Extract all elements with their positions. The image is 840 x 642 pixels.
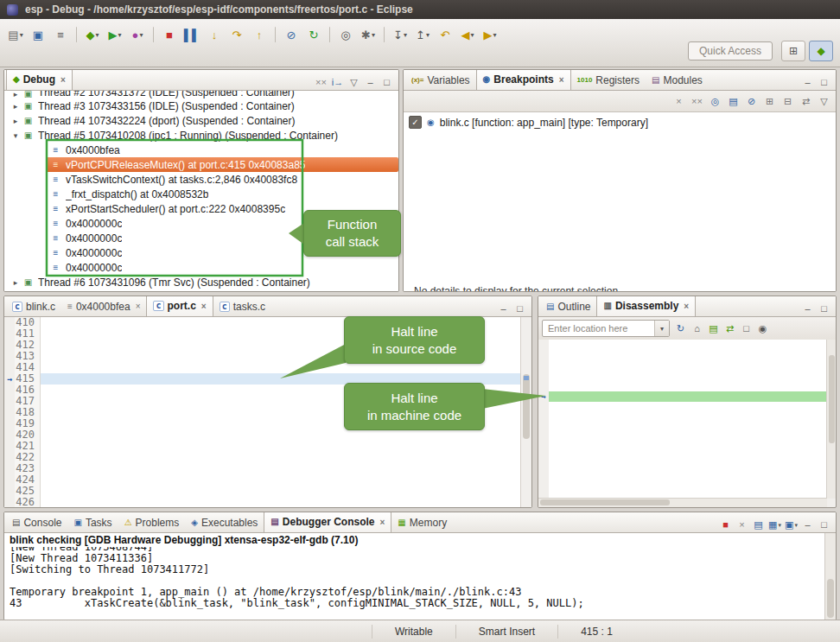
show-source-icon[interactable]: ▤ — [707, 324, 720, 334]
thread-row[interactable]: ▸ ▣ Thread #3 1073433156 (IDLE) (Suspend… — [4, 99, 398, 113]
tree-expander-icon[interactable]: ▾ — [10, 131, 22, 140]
tab-registers[interactable]: 1010 Registers — [571, 70, 646, 90]
profile-button[interactable]: ● ▾ — [127, 24, 148, 45]
step-over-button[interactable]: ↷ — [226, 24, 247, 45]
close-icon[interactable]: × — [201, 302, 207, 311]
restart-button[interactable]: ↻ — [303, 24, 324, 45]
tab-port-c[interactable]: c port.c × — [146, 296, 213, 316]
disassembly-line[interactable]: 40083a7f: l32r a8, 0x40000544 — [538, 360, 827, 371]
thread-row[interactable]: ▸ ▣ Thread #6 1073431096 (Tmr Svc) (Susp… — [4, 275, 398, 289]
pin-icon[interactable]: ◉ — [756, 324, 769, 334]
scrollbar-thumb[interactable] — [540, 499, 670, 505]
tab-blink-c[interactable]: c blink.c — [6, 296, 61, 316]
editor-line[interactable]: 426 #endif — [4, 497, 531, 507]
maximize-icon[interactable]: □ — [513, 304, 526, 314]
stack-frame-row[interactable]: ≡ 0x4000000c — [46, 260, 398, 275]
disassembly-line[interactable]: 40083a8b: movi a11, 4 — [538, 454, 827, 464]
disassembly-hscrollbar[interactable] — [538, 498, 827, 507]
tab-debugger-console[interactable]: ▤ Debugger Console × — [264, 512, 391, 532]
maximize-icon[interactable]: □ — [818, 304, 830, 314]
step-return-button[interactable]: ↑ — [249, 24, 270, 45]
open-new-view-icon[interactable]: □ — [740, 324, 753, 334]
scrollbar-thumb[interactable] — [829, 355, 835, 442]
location-combo[interactable]: Enter location here ▾ — [542, 320, 670, 337]
pause-button[interactable]: ▌▌ — [181, 24, 202, 45]
breakpoint-checkbox[interactable]: ✓ — [409, 116, 422, 129]
debug-perspective-button[interactable]: ◆ — [809, 41, 833, 61]
open-perspective-button[interactable]: ⊞ — [781, 41, 805, 61]
editor-scrollbar-thumb[interactable] — [523, 374, 530, 439]
next-annotation-button[interactable]: ↧ ▾ — [390, 24, 410, 45]
save-button[interactable]: ▣ — [28, 24, 48, 45]
disassembly-line[interactable]: 420 } — [538, 381, 827, 391]
thread-row[interactable]: ▾ ▣ Thread #5 1073410208 (ipc1 : Running… — [4, 128, 398, 143]
close-icon[interactable]: × — [380, 518, 385, 527]
editor-line[interactable]: 420 } — [4, 429, 531, 441]
tab-console[interactable]: ▤ Console — [6, 512, 67, 532]
display-console-icon[interactable]: ▦ ▾ — [768, 520, 781, 530]
terminate-icon[interactable]: ■ — [719, 520, 732, 530]
link-with-debug-view-icon[interactable]: ⇄ — [799, 97, 812, 106]
disassembly-listing[interactable]: 40083a7d: movi.n a2, 1 415 portEXIT_CRIT… — [538, 340, 827, 499]
combo-dropdown-icon[interactable]: ▾ — [654, 321, 669, 336]
console-output[interactable]: [New Thread 1073468744][New Thread 10734… — [4, 547, 825, 620]
tab-tasks[interactable]: ▣ Tasks — [67, 512, 118, 532]
editor-line[interactable]: 423 void vPortFirstTaskHook(TaskFunction… — [4, 463, 531, 474]
stack-frame-row[interactable]: ≡ 0x4000bfea — [46, 143, 398, 157]
disassembly-line[interactable]: pvPortMalloc: — [538, 423, 827, 433]
disassembly-line[interactable]: 453 return heap_caps_malloc(xWantedSize — [538, 443, 827, 454]
tab-memory[interactable]: ▦ Memory — [391, 512, 453, 532]
remove-console-icon[interactable]: × — [735, 520, 748, 530]
sync-with-context-icon[interactable]: ⇄ — [723, 324, 736, 334]
back-button[interactable]: ◀ ▾ — [457, 24, 478, 45]
tree-expander-icon[interactable]: ▸ — [10, 278, 22, 287]
tab-outline[interactable]: ▤ Outline — [540, 296, 596, 316]
skip-all-breakpoints-button[interactable]: ⊘ — [281, 24, 302, 45]
go-to-file-icon[interactable]: ▤ — [727, 97, 740, 106]
close-icon[interactable]: × — [684, 302, 689, 311]
remove-all-breakpoints-icon[interactable]: ×× — [690, 97, 703, 106]
view-menu-icon[interactable]: ▽ — [347, 78, 360, 87]
previous-annotation-button[interactable]: ↥ ▾ — [412, 24, 433, 45]
quick-access-box[interactable]: Quick Access — [688, 41, 773, 60]
disassembly-line[interactable]: 452 { — [538, 412, 827, 423]
home-icon[interactable]: ⌂ — [690, 324, 703, 334]
open-console-icon[interactable]: ▣ ▾ — [785, 520, 798, 530]
print-button[interactable]: ≡ — [50, 24, 71, 45]
overview-ruler[interactable] — [520, 317, 531, 507]
disassembly-line[interactable]: 415 portEXIT_CRITICAL_NESTED(irqStatus); — [538, 350, 827, 360]
refresh-icon[interactable]: ↻ — [674, 324, 687, 334]
stack-frame-row[interactable]: ≡ _frxt_dispatch() at 0x4008532b — [46, 187, 398, 201]
thread-row[interactable]: ▸ ▣ Thread #4 1073432224 (dport) (Suspen… — [4, 113, 398, 128]
view-menu-icon[interactable]: ▽ — [818, 97, 830, 106]
minimize-icon[interactable]: – — [801, 78, 814, 87]
disassembly-line[interactable]: 454 } — [538, 485, 827, 495]
scrollbar-thumb[interactable] — [827, 579, 834, 618]
forward-button[interactable]: ▶ ▾ — [480, 24, 500, 45]
tab-modules[interactable]: ▤ Modules — [646, 70, 709, 90]
new-wizard-button[interactable]: ▤ ▾ — [5, 24, 26, 45]
editor-line[interactable]: 425 } — [4, 486, 531, 497]
disassembly-line[interactable]: 40083a87: srli a3, a0, 6 — [538, 402, 827, 412]
tab-problems[interactable]: ⚠ Problems — [118, 512, 186, 532]
tab-executables[interactable]: ◈ Executables — [185, 512, 264, 532]
console-vscrollbar[interactable] — [824, 533, 836, 620]
tab-breakpoints[interactable]: ◉ Breakpoints × — [476, 69, 571, 90]
disassembly-vscrollbar[interactable] — [826, 340, 836, 499]
collapse-all-icon[interactable]: ⊟ — [781, 97, 794, 106]
external-tools-button[interactable]: ✱ ▾ — [358, 24, 379, 45]
clear-console-icon[interactable]: ▤ — [752, 520, 765, 530]
step-into-button[interactable]: ↓ — [204, 24, 225, 45]
skip-all-breakpoints-icon[interactable]: ⊘ — [745, 97, 758, 106]
search-button[interactable]: ◎ — [335, 24, 356, 45]
disassembly-line[interactable]: 40083a91: call8 0x40081b20 <heap_caps_ma… — [538, 474, 827, 485]
disassembly-line[interactable]: 40083a82: callx8 a8 — [538, 371, 827, 381]
stop-button[interactable]: ■ — [159, 24, 180, 45]
disassembly-line[interactable]: → 40083a85: retw.n — [538, 391, 827, 402]
tab-variables[interactable]: (x)= Variables — [405, 70, 476, 90]
stack-frame-row[interactable]: ≡ vPortCPUReleaseMutex() at port.c:415 0… — [46, 157, 398, 172]
last-edit-location-button[interactable]: ↶ — [435, 24, 455, 45]
tab-debug[interactable]: ◆ Debug × — [6, 69, 73, 90]
location-input[interactable]: Enter location here — [543, 323, 654, 334]
editor-line[interactable]: 422 #if CONFIG_FREERTOS_BREAK_ON_SCHEDUL… — [4, 452, 531, 463]
